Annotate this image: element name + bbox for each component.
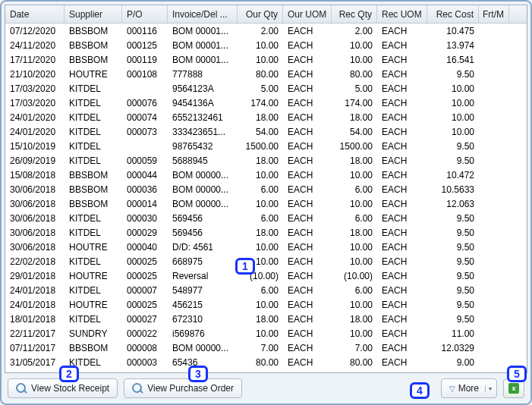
table-row[interactable]: 31/05/2017KITDEL000002568910.00EACH10.00… <box>5 369 527 373</box>
table-row[interactable]: 17/03/2020KITDEL0000769454136A174.00EACH… <box>5 96 527 110</box>
table-row[interactable]: 30/06/2018BBSBOM000014BOM 00000...10.00E… <box>5 196 527 211</box>
cell: KITDEL <box>65 81 122 96</box>
cell: EACH <box>283 124 332 139</box>
cell: 10.475 <box>427 24 479 38</box>
cell: 9.50 <box>427 312 479 326</box>
cell: KITDEL <box>65 139 122 153</box>
cell: SUNDRY <box>65 326 122 341</box>
cell: 10.00 <box>332 297 377 312</box>
cell: 000076 <box>122 96 168 110</box>
view-purchase-order-button[interactable]: View Purchase Order <box>124 378 242 398</box>
cell: 9.50 <box>427 283 479 297</box>
cell <box>479 24 509 38</box>
col-date[interactable]: Date <box>5 5 65 23</box>
cell: 13.974 <box>427 38 479 52</box>
cell: EACH <box>377 24 427 38</box>
table-row[interactable]: 17/11/2020BBSBOM000119BOM 00001...10.00E… <box>5 52 527 67</box>
col-supplier[interactable]: Supplier <box>65 5 122 23</box>
cell <box>479 81 509 96</box>
cell <box>479 153 509 168</box>
cell: 000119 <box>122 52 168 67</box>
cell <box>122 139 168 153</box>
table-row[interactable]: 29/01/2018HOUTRE000025Reversal(10.00)EAC… <box>5 268 527 283</box>
more-button[interactable]: ▽ More ▾ <box>441 378 497 398</box>
table-row[interactable]: 30/06/2018HOUTRE000040D/D: 456110.00EACH… <box>5 240 527 254</box>
cell: EACH <box>283 196 332 211</box>
cell: 000027 <box>122 312 168 326</box>
cell: 9.50 <box>427 153 479 168</box>
view-stock-receipt-label: View Stock Receipt <box>31 383 109 394</box>
table-row[interactable]: 15/10/2019KITDEL987654321500.00EACH1500.… <box>5 139 527 153</box>
cell <box>479 355 509 369</box>
table-row[interactable]: 22/02/2018KITDEL00002566897510.00EACH10.… <box>5 254 527 268</box>
cell: 80.00 <box>238 67 283 81</box>
cell: EACH <box>283 168 332 182</box>
cell: 98765432 <box>168 139 238 153</box>
table-row[interactable]: 30/06/2018BBSBOM000036BOM 00000...6.00EA… <box>5 182 527 196</box>
table-row[interactable]: 31/05/2017KITDEL0000036543680.00EACH80.0… <box>5 355 527 369</box>
cell: 18.00 <box>332 225 377 240</box>
table-row[interactable]: 15/08/2018BBSBOM000044BOM 00000...10.00E… <box>5 168 527 182</box>
col-recqty[interactable]: Rec Qty <box>332 5 377 23</box>
cell: BOM 00000... <box>168 341 238 355</box>
cell: 10.00 <box>332 52 377 67</box>
table-row[interactable]: 30/06/2018KITDEL0000305694566.00EACH6.00… <box>5 211 527 225</box>
cell <box>479 124 509 139</box>
cell: EACH <box>377 153 427 168</box>
col-invoice[interactable]: Invoice/Del ... <box>168 5 238 23</box>
table-row[interactable]: 18/01/2018KITDEL00002767231018.00EACH18.… <box>5 312 527 326</box>
cell: BOM 00000... <box>168 196 238 211</box>
cell: BBSBOM <box>65 52 122 67</box>
cell: EACH <box>283 326 332 341</box>
table-row[interactable]: 24/01/2018HOUTRE00002545621510.00EACH10.… <box>5 297 527 312</box>
table-row[interactable]: 21/10/2020HOUTRE00010877788880.00EACH80.… <box>5 67 527 81</box>
table-row[interactable]: 22/11/2017SUNDRY000022i56987610.00EACH10… <box>5 326 527 341</box>
stock-history-window: Date Supplier P/O Invoice/Del ... Our Qt… <box>0 0 532 405</box>
cell <box>479 341 509 355</box>
col-ourqty[interactable]: Our Qty <box>238 5 283 23</box>
table-row[interactable]: 30/06/2018KITDEL00002956945618.00EACH18.… <box>5 225 527 240</box>
table-row[interactable]: 26/09/2019KITDEL000059568894518.00EACH18… <box>5 153 527 168</box>
cell: 80.00 <box>238 355 283 369</box>
table-row[interactable]: 07/12/2020BBSBOM000116BOM 00001...2.00EA… <box>5 24 527 38</box>
table-row[interactable]: 24/01/2020KITDEL000074655213246118.00EAC… <box>5 110 527 124</box>
cell: EACH <box>377 67 427 81</box>
cell: EACH <box>377 168 427 182</box>
table-row[interactable]: 24/01/2020KITDEL000073333423651...54.00E… <box>5 124 527 139</box>
magnifier-icon <box>132 383 143 394</box>
col-recuom[interactable]: Rec UOM <box>377 5 427 23</box>
cell: 000014 <box>122 196 168 211</box>
cell: BBSBOM <box>65 341 122 355</box>
cell <box>479 67 509 81</box>
col-ouruom[interactable]: Our UOM <box>283 5 332 23</box>
cell: 174.00 <box>332 96 377 110</box>
cell: 9.50 <box>427 369 479 373</box>
cell: EACH <box>377 355 427 369</box>
cell: 2.00 <box>332 24 377 38</box>
cell: 07/11/2017 <box>5 341 65 355</box>
callout-2: 2 <box>59 366 79 382</box>
cell: D/D: 4561 <box>168 240 238 254</box>
cell: 10.00 <box>238 326 283 341</box>
table-row[interactable]: 24/11/2020BBSBOM000125BOM 00001...10.00E… <box>5 38 527 52</box>
chevron-down-icon: ▽ <box>449 385 455 393</box>
cell: HOUTRE <box>65 67 122 81</box>
table-row[interactable]: 24/01/2018KITDEL0000075489776.00EACH6.00… <box>5 283 527 297</box>
cell: EACH <box>283 369 332 373</box>
cell: 9.50 <box>427 211 479 225</box>
cell: 6.00 <box>332 211 377 225</box>
cell: 000059 <box>122 153 168 168</box>
cell: EACH <box>377 38 427 52</box>
callout-1: 1 <box>235 258 255 275</box>
col-reccost[interactable]: Rec Cost <box>427 5 479 23</box>
col-po[interactable]: P/O <box>122 5 168 23</box>
cell: EACH <box>283 153 332 168</box>
table-row[interactable]: 17/03/2020KITDEL9564123A5.00EACH5.00EACH… <box>5 81 527 96</box>
cell: 10.00 <box>332 240 377 254</box>
table-row[interactable]: 07/11/2017BBSBOM000008BOM 00000...7.00EA… <box>5 341 527 355</box>
cell: HOUTRE <box>65 240 122 254</box>
cell: 000030 <box>122 211 168 225</box>
col-frt[interactable]: Frt/M <box>479 5 509 23</box>
cell: KITDEL <box>65 254 122 268</box>
cell: 10.00 <box>427 110 479 124</box>
